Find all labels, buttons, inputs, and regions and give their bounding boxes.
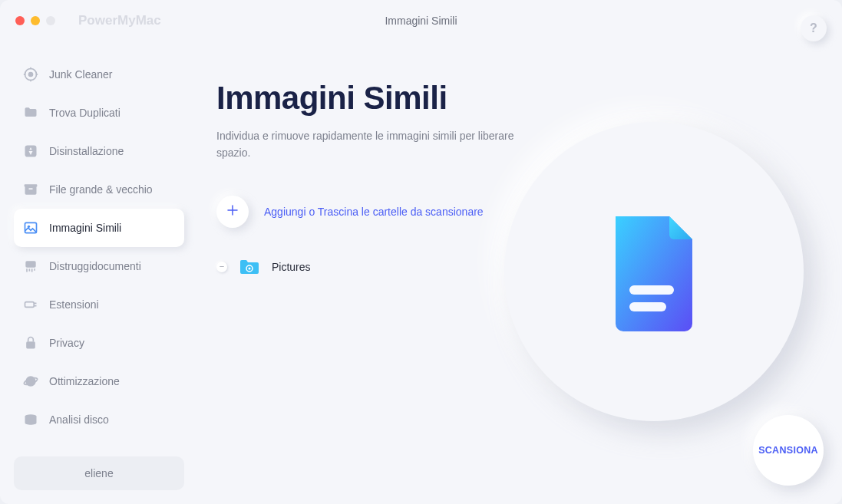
svg-rect-20: [26, 341, 35, 348]
help-button[interactable]: ?: [801, 15, 827, 41]
page-title: Immagini Simili: [216, 80, 811, 117]
titlebar: PowerMyMac Immagini Simili ?: [0, 0, 842, 41]
sidebar-item-label: Distruggidocumenti: [49, 260, 141, 272]
sidebar-item-similar-images[interactable]: Immagini Simili: [14, 209, 184, 247]
sidebar-item-label: Disinstallazione: [49, 145, 124, 157]
lock-icon: [23, 335, 38, 351]
svg-rect-29: [629, 302, 666, 311]
svg-rect-28: [629, 285, 674, 295]
shredder-icon: [23, 259, 38, 274]
disk-icon: [23, 412, 38, 427]
sidebar-item-label: Trova Duplicati: [49, 107, 121, 119]
sidebar-item-privacy[interactable]: Privacy: [14, 324, 184, 362]
sidebar-item-label: File grande & vecchio: [49, 183, 153, 196]
sidebar-item-shredder[interactable]: Distruggidocumenti: [14, 247, 184, 285]
body-area: Junk Cleaner Trova Duplicati Disinstalla…: [0, 41, 842, 504]
feature-illustration: [504, 122, 804, 421]
sidebar-item-label: Ottimizzazione: [49, 375, 120, 387]
sidebar-item-label: Junk Cleaner: [49, 68, 113, 81]
app-window: PowerMyMac Immagini Simili ? Junk Cleane…: [0, 0, 842, 504]
help-icon: ?: [810, 21, 817, 35]
maximize-window-icon[interactable]: [46, 16, 55, 25]
add-folder-label[interactable]: Aggiungi o Trascina le cartelle da scans…: [264, 206, 484, 218]
sidebar-item-disk-analysis[interactable]: Analisi disco: [14, 400, 184, 439]
folder-icon: [23, 105, 38, 120]
app-name: PowerMyMac: [78, 13, 161, 28]
planet-icon: [23, 374, 38, 389]
window-title: Immagini Simili: [385, 15, 457, 27]
scan-button[interactable]: SCANSIONA: [753, 415, 824, 486]
target-icon: [23, 67, 38, 82]
sidebar-item-duplicates[interactable]: Trova Duplicati: [14, 94, 184, 132]
svg-rect-17: [25, 302, 35, 308]
svg-rect-9: [29, 188, 33, 189]
close-window-icon[interactable]: [15, 16, 25, 25]
svg-rect-8: [25, 184, 38, 186]
user-account-button[interactable]: eliene: [14, 456, 184, 490]
plus-icon: [226, 203, 239, 220]
scan-button-label: SCANSIONA: [758, 445, 818, 456]
sidebar: Junk Cleaner Trova Duplicati Disinstalla…: [0, 41, 198, 504]
box-icon: [23, 182, 38, 197]
sidebar-item-large-old[interactable]: File grande & vecchio: [14, 170, 184, 209]
sidebar-item-label: Estensioni: [49, 298, 99, 311]
traffic-lights: [15, 16, 55, 25]
svg-point-1: [29, 73, 33, 77]
sidebar-item-label: Privacy: [49, 337, 84, 349]
main-content: Immagini Simili Individua e rimuove rapi…: [198, 41, 842, 504]
pictures-folder-icon: [239, 259, 259, 275]
sidebar-item-label: Analisi disco: [49, 413, 109, 426]
sidebar-item-optimization[interactable]: Ottimizzazione: [14, 362, 184, 400]
image-icon: [23, 220, 38, 236]
svg-rect-12: [25, 261, 35, 267]
folder-name-label: Pictures: [272, 261, 311, 273]
sidebar-item-label: Immagini Simili: [49, 222, 121, 234]
sidebar-list: Junk Cleaner Trova Duplicati Disinstalla…: [14, 55, 184, 456]
page-subtitle: Individua e rimuove rapidamente le immag…: [216, 127, 523, 162]
minimize-window-icon[interactable]: [31, 16, 40, 25]
sidebar-item-junk-cleaner[interactable]: Junk Cleaner: [14, 55, 184, 94]
sidebar-item-extensions[interactable]: Estensioni: [14, 285, 184, 324]
svg-point-27: [249, 267, 251, 269]
minus-icon: −: [220, 262, 224, 271]
plugin-icon: [23, 297, 38, 312]
add-folder-button[interactable]: [216, 196, 249, 228]
document-icon: [608, 209, 700, 334]
svg-rect-7: [25, 186, 37, 195]
sidebar-item-uninstall[interactable]: Disinstallazione: [14, 132, 184, 170]
remove-folder-button[interactable]: −: [216, 262, 227, 272]
user-name-label: eliene: [84, 467, 113, 479]
app-icon: [23, 143, 38, 159]
